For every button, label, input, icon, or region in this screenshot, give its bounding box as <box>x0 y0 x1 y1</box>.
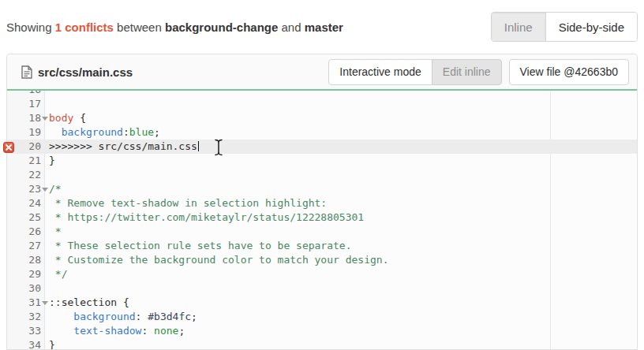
code-line-27[interactable]: 27 * These selection rule sets have to b… <box>7 239 637 253</box>
code-line-content <box>46 281 637 296</box>
code-line-content: >>>>>>> src/css/main.css <box>46 140 637 154</box>
code-line-content: text-shadow: none; <box>46 324 637 338</box>
code-line-content <box>46 168 637 182</box>
code-line-29[interactable]: 29 */ <box>7 267 637 281</box>
file-icon <box>21 65 32 79</box>
line-number-26: 26 <box>7 225 46 239</box>
file-conflict-panel: src/css/main.css Interactive mode Edit i… <box>6 54 638 350</box>
code-line-content: /* <box>46 182 637 196</box>
code-line-content: * <box>46 225 637 239</box>
code-line-content: * These selection rule sets have to be s… <box>46 239 637 253</box>
code-line-18[interactable]: 18body { <box>7 111 637 125</box>
file-name: src/css/main.css <box>38 65 133 79</box>
code-line-26[interactable]: 26 * <box>7 225 637 239</box>
line-number-21: 21 <box>7 154 46 168</box>
line-number-19: 19 <box>7 125 46 140</box>
code-line-content: ::selection { <box>46 296 637 310</box>
line-number-17: 17 <box>7 97 46 111</box>
line-number-33: 33 <box>7 324 46 338</box>
code-line-24[interactable]: 24 * Remove text-shadow in selection hig… <box>7 196 637 210</box>
code-line-content <box>46 97 637 111</box>
line-number-32: 32 <box>7 310 46 324</box>
code-line-content: } <box>46 338 637 349</box>
interactive-mode-button[interactable]: Interactive mode <box>328 59 432 85</box>
code-line-22[interactable]: 22 <box>7 168 637 182</box>
code-line-content <box>46 91 637 97</box>
fold-toggle-icon[interactable] <box>42 117 48 121</box>
code-line-25[interactable]: 25 * https://twitter.com/miketaylr/statu… <box>7 210 637 225</box>
code-line-30[interactable]: 30 <box>7 281 637 296</box>
file-title: src/css/main.css <box>21 65 133 79</box>
fold-toggle-icon[interactable] <box>42 301 48 305</box>
edit-mode-button-group: Interactive mode Edit inline <box>328 59 501 85</box>
code-lines: 161718body {19 background:blue;20>>>>>>>… <box>7 91 637 349</box>
file-panel-header: src/css/main.css Interactive mode Edit i… <box>7 54 637 91</box>
line-number-18: 18 <box>7 111 46 125</box>
code-line-16[interactable]: 16 <box>7 91 637 97</box>
code-line-34[interactable]: 34} <box>7 338 637 349</box>
edit-inline-button[interactable]: Edit inline <box>432 59 502 85</box>
code-line-28[interactable]: 28 * Customize the background color to m… <box>7 253 637 267</box>
code-line-33[interactable]: 33 text-shadow: none; <box>7 324 637 338</box>
text-caret <box>198 141 200 151</box>
conflict-summary-text: Showing 1 conflicts between background-c… <box>6 20 343 34</box>
source-branch: background-change <box>165 20 278 34</box>
conflict-error-marker-icon <box>3 142 14 153</box>
code-line-31[interactable]: 31::selection { <box>7 296 637 310</box>
view-file-button[interactable]: View file @42663b0 <box>509 59 629 85</box>
conflict-summary-bar: Showing 1 conflicts between background-c… <box>0 0 644 54</box>
conflict-count: 1 conflicts <box>55 20 114 34</box>
code-line-content: } <box>46 154 637 168</box>
code-line-content: * Customize the background color to matc… <box>46 253 637 267</box>
code-editor[interactable]: 161718body {19 background:blue;20>>>>>>>… <box>7 91 637 349</box>
inline-view-button[interactable]: Inline <box>492 13 546 41</box>
code-line-content: body { <box>46 111 637 125</box>
code-line-19[interactable]: 19 background:blue; <box>7 125 637 140</box>
line-number-22: 22 <box>7 168 46 182</box>
line-number-25: 25 <box>7 210 46 225</box>
line-number-30: 30 <box>7 281 46 296</box>
code-line-21[interactable]: 21} <box>7 154 637 168</box>
code-line-20[interactable]: 20>>>>>>> src/css/main.css <box>7 140 637 154</box>
line-number-24: 24 <box>7 196 46 210</box>
line-number-29: 29 <box>7 267 46 281</box>
code-line-17[interactable]: 17 <box>7 97 637 111</box>
line-number-28: 28 <box>7 253 46 267</box>
summary-between: between <box>117 20 162 34</box>
code-line-23[interactable]: 23/* <box>7 182 637 196</box>
file-panel-actions: Interactive mode Edit inline View file @… <box>328 59 629 85</box>
summary-and: and <box>282 20 301 34</box>
code-line-content: * Remove text-shadow in selection highli… <box>46 196 637 210</box>
side-by-side-view-button[interactable]: Side-by-side <box>546 13 637 41</box>
code-line-content: background:blue; <box>46 125 637 140</box>
code-line-content: */ <box>46 267 637 281</box>
target-branch: master <box>305 20 343 34</box>
fold-toggle-icon[interactable] <box>42 188 48 192</box>
summary-prefix: Showing <box>6 20 52 34</box>
code-line-content: * https://twitter.com/miketaylr/status/1… <box>46 210 637 225</box>
line-number-31: 31 <box>7 296 46 310</box>
line-number-16: 16 <box>7 91 46 97</box>
line-number-27: 27 <box>7 239 46 253</box>
code-line-32[interactable]: 32 background: #b3d4fc; <box>7 310 637 324</box>
view-mode-toggle: Inline Side-by-side <box>491 12 638 42</box>
line-number-34: 34 <box>7 338 46 349</box>
code-line-content: background: #b3d4fc; <box>46 310 637 324</box>
line-number-23: 23 <box>7 182 46 196</box>
